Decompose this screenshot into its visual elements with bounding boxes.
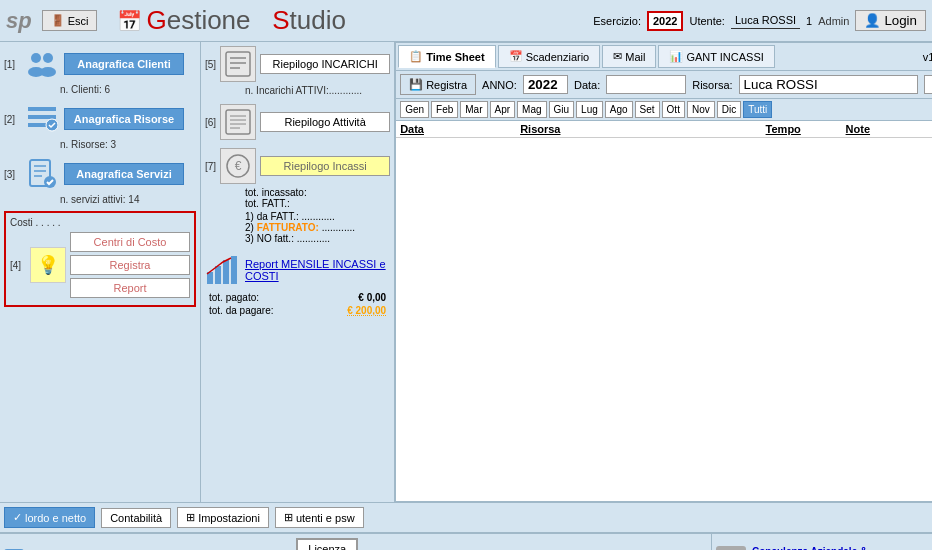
people-icon (26, 48, 58, 80)
risorsa-input[interactable] (739, 75, 918, 94)
riepilogo-incarichi-button[interactable]: Riepilogo INCARICHI (260, 54, 390, 74)
da-fatt-val: ............ (302, 211, 335, 222)
fatturato-label: FATTURATO: (257, 222, 319, 233)
footer-sp-logo-big: sp (716, 546, 746, 550)
month-mag[interactable]: Mag (517, 101, 546, 118)
month-gen[interactable]: Gen (400, 101, 429, 118)
user-icon: 👤 (864, 13, 881, 28)
month-tutti[interactable]: Tutti (743, 101, 772, 118)
impostazioni-icon: ⊞ (186, 511, 195, 524)
anagrafica-clienti-button[interactable]: Anagrafica Clienti (64, 53, 184, 75)
calendar-icon: 📅 (117, 9, 142, 33)
svg-point-1 (43, 53, 53, 63)
header-right: Esercizio: 2022 Utente: Luca ROSSI 1 Adm… (593, 10, 926, 31)
month-set[interactable]: Set (635, 101, 660, 118)
utenti-psw-button[interactable]: ⊞ utenti e psw (275, 507, 364, 528)
licenza-button[interactable]: Licenza (296, 538, 358, 550)
month-nov[interactable]: Nov (687, 101, 715, 118)
svg-text:€: € (235, 159, 242, 173)
tab-gant[interactable]: 📊 GANT INCASSI (658, 45, 774, 68)
scadenziario-tab-icon: 📅 (509, 50, 523, 63)
anno-input[interactable] (523, 75, 568, 94)
tabs-left: 📋 Time Sheet 📅 Scadenziario ✉ Mail 📊 GAN… (398, 45, 775, 68)
timesheet-tab-icon: 📋 (409, 50, 423, 63)
month-ago[interactable]: Ago (605, 101, 633, 118)
timesheet-controls: 💾 Registra ANNO: Data: Risorsa: (396, 71, 932, 99)
month-mar[interactable]: Mar (460, 101, 487, 118)
month-lug[interactable]: Lug (576, 101, 603, 118)
incarichi-svg (224, 50, 252, 78)
riepilogo-incassi-button[interactable]: Riepilogo Incassi (260, 156, 390, 176)
th-risorsa: Risorsa (520, 123, 765, 135)
header: sp 🚪 Esci 📅 Gestione Studio Esercizio: 2… (0, 0, 932, 42)
incarichi-icon (220, 46, 256, 82)
tab-mail[interactable]: ✉ Mail (602, 45, 656, 68)
risorsa-dropdown[interactable] (924, 75, 932, 94)
utente-label: Utente: (689, 15, 724, 27)
anagrafica-risorse-button[interactable]: Anagrafica Risorse (64, 108, 184, 130)
lordo-netto-button[interactable]: ✓ lordo e netto (4, 507, 95, 528)
registra-costo-button[interactable]: Registra (70, 255, 190, 275)
servizi-count: n. servizi attivi: 14 (60, 194, 196, 205)
consult-label1: Consulenza Aziendale & (752, 546, 911, 550)
th-data: Data (400, 123, 520, 135)
mid-num-5: [5] (205, 59, 216, 70)
esercizio-label: Esercizio: (593, 15, 641, 27)
sidebar: [1] Anagrafica Clienti n. Clienti: 6 [2] (0, 42, 201, 502)
mid-section-incassi: [7] € Riepilogo Incassi tot. incassato: … (205, 148, 390, 244)
svg-rect-27 (231, 256, 237, 284)
main-container: [1] Anagrafica Clienti n. Clienti: 6 [2] (0, 42, 932, 502)
tabs-bar: 📋 Time Sheet 📅 Scadenziario ✉ Mail 📊 GAN… (396, 43, 932, 71)
costs-section: Costi . . . . . [4] 💡 Centri di Costo Re… (4, 211, 196, 307)
exit-button[interactable]: 🚪 Esci (42, 10, 98, 31)
esercizio-value: 2022 (647, 11, 683, 31)
registra-icon: 💾 (409, 78, 423, 91)
admin-label: Admin (818, 15, 849, 27)
version-label: v1.0 (923, 51, 932, 63)
no-fatt-label: NO fatt.: (257, 233, 294, 244)
data-input[interactable] (606, 75, 686, 94)
mid-num-7: [7] (205, 161, 216, 172)
middle-section: [5] Riepilogo INCARICHI n. Incarichi ATT… (201, 42, 395, 502)
tot-pagare-val: € 200,00 (347, 305, 386, 316)
risorse-icon (26, 103, 58, 135)
report-costo-button[interactable]: Report (70, 278, 190, 298)
section-2-num: [2] (4, 114, 20, 125)
svg-point-0 (31, 53, 41, 63)
incassi-svg: € (224, 152, 252, 180)
contabilita-button[interactable]: Contabilità (101, 508, 171, 528)
centri-costo-button[interactable]: Centri di Costo (70, 232, 190, 252)
month-giu[interactable]: Giu (549, 101, 575, 118)
svg-rect-26 (223, 260, 229, 284)
exit-icon: 🚪 (51, 14, 65, 27)
th-tempo: Tempo (766, 123, 846, 135)
title-gestione: Gestione Studio (146, 5, 345, 36)
month-dic[interactable]: Dic (717, 101, 741, 118)
mid-section-incarichi: [5] Riepilogo INCARICHI n. Incarichi ATT… (205, 46, 390, 96)
clienti-icon-box (24, 46, 60, 82)
utente-num: 1 (806, 15, 812, 27)
report-mensile-button[interactable]: Report MENSILE INCASSI e COSTI (245, 258, 390, 282)
report-chart-icon (205, 252, 241, 288)
month-feb[interactable]: Feb (431, 101, 458, 118)
gant-tab-icon: 📊 (669, 50, 683, 63)
svg-rect-25 (215, 266, 221, 284)
tab-timesheet[interactable]: 📋 Time Sheet (398, 45, 496, 68)
tab-scadenziario[interactable]: 📅 Scadenziario (498, 45, 601, 68)
risorse-count: n. Risorse: 3 (60, 139, 196, 150)
svg-rect-13 (226, 52, 250, 76)
riepilogo-attivita-button[interactable]: Riepilogo Attività (260, 112, 390, 132)
th-note: Note (846, 123, 932, 135)
risorse-icon-box (24, 101, 60, 137)
anno-label: ANNO: (482, 79, 517, 91)
tot-pagato-val: € 0,00 (358, 292, 386, 303)
data-label: Data: (574, 79, 600, 91)
month-ott[interactable]: Ott (662, 101, 685, 118)
login-button[interactable]: 👤 Login (855, 10, 926, 31)
anagrafica-servizi-button[interactable]: Anagrafica Servizi (64, 163, 184, 185)
registra-button[interactable]: 💾 Registra (400, 74, 476, 95)
incassi-icon: € (220, 148, 256, 184)
right-panel: 📋 Time Sheet 📅 Scadenziario ✉ Mail 📊 GAN… (395, 42, 932, 502)
month-apr[interactable]: Apr (490, 101, 516, 118)
impostazioni-button[interactable]: ⊞ Impostazioni (177, 507, 269, 528)
